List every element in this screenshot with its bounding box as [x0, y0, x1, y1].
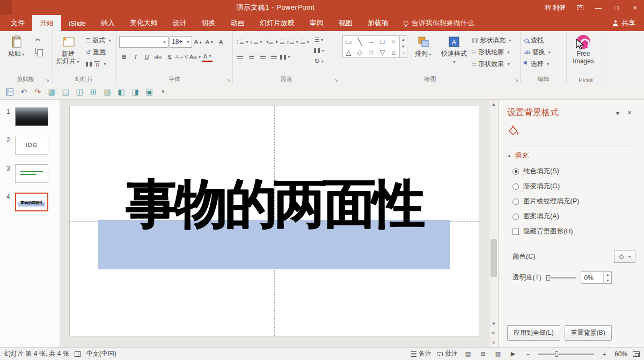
- proofing-icon[interactable]: [75, 351, 81, 357]
- find-button[interactable]: 查找: [523, 35, 553, 46]
- arrange-button[interactable]: 排列▼: [409, 33, 438, 58]
- tab-file[interactable]: 文件: [3, 15, 32, 31]
- apply-to-all-button[interactable]: 应用到全部(L): [507, 325, 560, 341]
- pane-options-chevron-icon[interactable]: ▼: [612, 110, 624, 116]
- toolbar-icon-5[interactable]: ▥: [101, 85, 114, 98]
- slider-thumb[interactable]: [546, 275, 550, 281]
- align-left-button[interactable]: [235, 52, 245, 62]
- shape-effects-button[interactable]: 形状效果▼: [470, 58, 514, 70]
- zoom-slider-thumb[interactable]: [555, 351, 558, 357]
- shapes-scroll-down-icon[interactable]: ▼: [400, 43, 407, 50]
- tab-islide[interactable]: iSlide: [61, 15, 93, 31]
- rotate-text-button[interactable]: ↻▼: [314, 56, 325, 67]
- option-solid-fill[interactable]: 纯色填充(S): [513, 167, 635, 176]
- tab-design[interactable]: 设计: [165, 15, 194, 31]
- cut-icon[interactable]: ✂: [33, 35, 43, 45]
- shapes-scroll-up-icon[interactable]: ▲: [400, 36, 407, 43]
- fit-to-window-icon[interactable]: [633, 351, 640, 357]
- next-slide-button[interactable]: «: [489, 337, 499, 347]
- align-center-button[interactable]: [246, 52, 257, 62]
- shape-oval-icon[interactable]: ○: [388, 36, 399, 47]
- undo-icon[interactable]: ↶: [17, 85, 30, 98]
- scroll-up-icon[interactable]: ▲: [489, 100, 499, 108]
- shape-fill-button[interactable]: 形状填充▼: [470, 35, 514, 46]
- shape-triangle-icon[interactable]: △: [343, 47, 354, 57]
- toolbar-icon-4[interactable]: ⊞: [87, 85, 100, 98]
- tab-animation[interactable]: 动画: [223, 15, 252, 31]
- option-gradient-fill[interactable]: 渐变填充(G): [513, 182, 635, 191]
- slide-title-text[interactable]: 事物的两面性: [126, 178, 422, 230]
- bold-button[interactable]: B: [119, 52, 129, 62]
- notes-toggle[interactable]: 备注: [411, 349, 431, 358]
- color-picker-button[interactable]: ▼: [614, 251, 635, 263]
- slide-2-thumbnail[interactable]: IDG: [15, 136, 48, 155]
- quick-styles-button[interactable]: A 快速样式▼: [440, 33, 469, 65]
- shapes-gallery[interactable]: ▭ ╲ → □ ○ △ ◇ ☆ ▽ ⌂: [342, 35, 400, 58]
- font-color-button[interactable]: A▼: [202, 52, 213, 62]
- shape-rectangle-icon[interactable]: □: [377, 36, 388, 47]
- shape-textbox-icon[interactable]: ▭: [343, 36, 354, 47]
- reset-button[interactable]: ↺重置: [84, 47, 113, 58]
- slide-1-thumbnail[interactable]: [15, 107, 48, 126]
- tab-slideshow[interactable]: 幻灯片放映: [252, 15, 302, 31]
- transparency-slider[interactable]: [546, 277, 576, 278]
- spin-down-icon[interactable]: ▼: [604, 278, 611, 284]
- font-size-combo[interactable]: 18+▼: [170, 36, 192, 48]
- tab-view[interactable]: 视图: [331, 15, 360, 31]
- toolbar-more-icon[interactable]: ▼: [157, 85, 170, 98]
- free-images-button[interactable]: Free Images: [569, 33, 598, 65]
- scroll-down-icon[interactable]: ▼: [489, 319, 499, 328]
- shrink-font-button[interactable]: A▼: [204, 37, 215, 47]
- increase-indent-button[interactable]: [275, 37, 286, 47]
- minimize-button[interactable]: —: [589, 0, 608, 15]
- scrollbar-thumb[interactable]: [491, 239, 497, 277]
- convert-smartart-button[interactable]: ▼: [314, 46, 325, 56]
- tab-transition[interactable]: 切换: [194, 15, 223, 31]
- slideshow-view-icon[interactable]: ▶: [508, 349, 518, 359]
- spin-up-icon[interactable]: ▲: [604, 272, 611, 278]
- reset-background-button[interactable]: 重置背景(B): [565, 325, 612, 341]
- pane-close-icon[interactable]: ✕: [624, 109, 635, 116]
- thumbnail-row-3[interactable]: 3: [0, 164, 60, 183]
- shape-down-triangle-icon[interactable]: ▽: [377, 47, 388, 57]
- bullets-button[interactable]: ⋮▼: [235, 37, 249, 47]
- toolbar-icon-8[interactable]: ▣: [143, 85, 156, 98]
- option-hide-background[interactable]: 隐藏背景图形(H): [513, 227, 635, 236]
- zoom-slider[interactable]: [538, 354, 594, 355]
- toolbar-icon-3[interactable]: ◫: [73, 85, 86, 98]
- option-pattern-fill[interactable]: 图案填充(A): [513, 212, 635, 221]
- toolbar-icon-1[interactable]: ▦: [45, 85, 58, 98]
- tab-addins[interactable]: 加载项: [360, 15, 396, 31]
- share-button[interactable]: 共享: [604, 15, 644, 31]
- thumbnail-row-2[interactable]: 2 IDG: [0, 136, 60, 155]
- fill-bucket-icon[interactable]: [507, 131, 520, 138]
- tab-insert[interactable]: 插入: [93, 15, 122, 31]
- clear-formatting-button[interactable]: A: [216, 37, 226, 47]
- app-icon[interactable]: [0, 0, 12, 15]
- shape-outline-button[interactable]: 形状轮廓▼: [470, 47, 514, 58]
- line-spacing-button[interactable]: ↕▼: [287, 37, 299, 47]
- align-text-button[interactable]: ▼: [314, 35, 325, 45]
- tell-me-search[interactable]: 告诉我你想要做什么: [396, 15, 482, 31]
- change-case-button[interactable]: Aa▼: [189, 52, 201, 62]
- tab-home[interactable]: 开始: [32, 15, 61, 31]
- thumbnail-row-1[interactable]: 1: [0, 107, 60, 126]
- normal-view-icon[interactable]: ▤: [463, 349, 473, 359]
- select-button[interactable]: 选择▼: [523, 58, 553, 70]
- toolbar-icon-7[interactable]: ◨: [129, 85, 142, 98]
- numbering-button[interactable]: 1.▼: [250, 37, 263, 47]
- previous-slide-button[interactable]: «: [489, 328, 499, 337]
- font-name-combo[interactable]: ▼: [119, 36, 169, 48]
- slide-4-thumbnail-selected[interactable]: 事物的两面性: [15, 193, 48, 211]
- shape-star-icon[interactable]: ☆: [365, 47, 377, 57]
- ribbon-display-options-button[interactable]: [571, 0, 589, 15]
- thumbnail-row-4[interactable]: 4 事物的两面性: [0, 193, 60, 211]
- grow-font-button[interactable]: A▲: [193, 37, 203, 47]
- fill-section-header[interactable]: ▲ 填充: [507, 151, 635, 160]
- shape-arrow-icon[interactable]: →: [365, 36, 377, 47]
- reading-view-icon[interactable]: ▥: [493, 349, 503, 359]
- replace-button[interactable]: ab替换▼: [523, 47, 553, 58]
- scrollbar-track[interactable]: [489, 108, 498, 319]
- comments-toggle[interactable]: 批注: [437, 349, 458, 358]
- toolbar-icon-2[interactable]: ▤: [59, 85, 72, 98]
